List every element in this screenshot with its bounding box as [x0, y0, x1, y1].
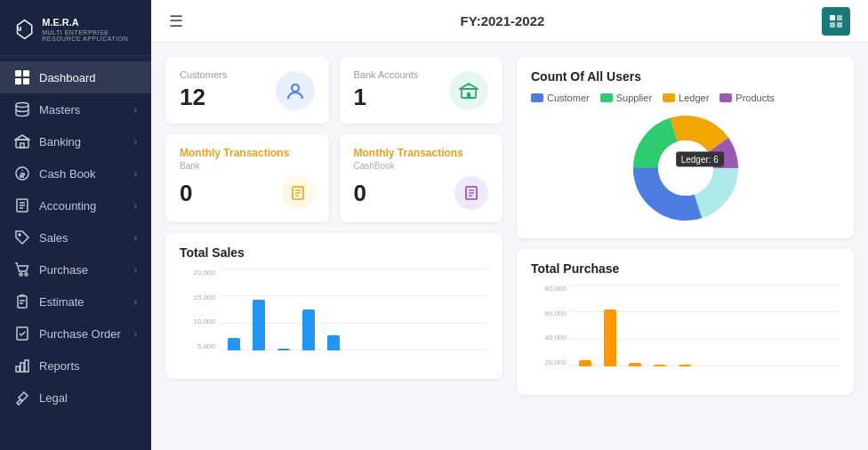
- total-purchase-section: Total Purchase 80,000 60,000 40,000 20,0…: [517, 249, 854, 395]
- sidebar-item-label: Purchase Order: [39, 327, 134, 341]
- bar-item: [679, 365, 691, 366]
- monthly-grid: Monthly Transactions Bank 0: [165, 134, 502, 222]
- y-label: 5,000: [197, 342, 215, 350]
- sidebar-item-label: Banking: [39, 135, 134, 149]
- logo-name: M.E.R.A: [42, 17, 137, 28]
- sidebar-item-purchase-order[interactable]: Purchase Order ›: [0, 317, 151, 350]
- bar-item: [277, 349, 290, 350]
- bank-accounts-stat-card: Bank Accounts 1: [340, 57, 503, 124]
- file-check-icon: [14, 325, 30, 342]
- menu-toggle-button[interactable]: ☰: [169, 12, 183, 31]
- chevron-icon: ›: [134, 265, 137, 275]
- sidebar-item-estimate[interactable]: Estimate ›: [0, 285, 151, 317]
- bar-item: [253, 300, 265, 350]
- svg-rect-21: [16, 366, 20, 372]
- legend-label: Products: [735, 92, 774, 103]
- svg-point-15: [20, 273, 22, 276]
- y-label: 15,000: [194, 293, 215, 301]
- cashbook-doc-icon: [463, 185, 479, 201]
- svg-rect-27: [837, 22, 842, 28]
- donut-chart-section: Count Of All Users Customer Supplier Led…: [517, 57, 854, 238]
- sidebar-item-masters[interactable]: Masters ›: [0, 93, 151, 125]
- total-sales-section: Total Sales 20,000 15,000 10,000 5,000: [165, 233, 502, 379]
- sidebar: M M.E.R.A Multi Enterprise Resource Appl…: [0, 0, 151, 450]
- topbar: ☰ FY:2021-2022: [151, 0, 868, 43]
- bar-item: [327, 335, 340, 350]
- total-sales-title: Total Sales: [180, 245, 488, 260]
- sidebar-item-label: Dashboard: [39, 71, 137, 84]
- legend-label: Customer: [547, 92, 590, 103]
- svg-rect-17: [18, 296, 27, 308]
- bar-item: [654, 365, 666, 366]
- accounting-icon: [14, 197, 30, 213]
- monthly-bank-subtitle: Bank: [180, 161, 315, 171]
- total-purchase-title: Total Purchase: [531, 261, 840, 276]
- sidebar-item-cashbook[interactable]: Cash Book ›: [0, 157, 151, 189]
- donut-chart-title: Count Of All Users: [531, 69, 840, 84]
- y-label: 60,000: [545, 309, 567, 317]
- svg-rect-5: [23, 78, 29, 84]
- donut-tooltip: Ledger: 6: [676, 151, 724, 166]
- legend-label: Supplier: [616, 92, 652, 103]
- logo-area: M M.E.R.A Multi Enterprise Resource Appl…: [0, 0, 151, 56]
- monthly-bank-card: Monthly Transactions Bank 0: [165, 134, 329, 222]
- sidebar-item-label: Masters: [39, 103, 134, 117]
- monthly-bank-icon-circle: [281, 176, 315, 210]
- monthly-bank-value: 0: [180, 180, 192, 207]
- content-area: Customers 12 Bank Accounts 1: [151, 43, 868, 450]
- svg-point-16: [25, 273, 28, 276]
- svg-rect-4: [15, 78, 21, 84]
- legend-products: Products: [719, 92, 774, 103]
- customers-label: Customers: [180, 69, 227, 80]
- monthly-cashbook-icon-circle: [454, 176, 488, 210]
- svg-point-28: [292, 84, 299, 92]
- y-label: 20,000: [194, 269, 215, 277]
- total-sales-chart: 20,000 15,000 10,000 5,000: [180, 269, 488, 366]
- legend-dot: [719, 93, 732, 102]
- monthly-cashbook-title: Monthly Transactions: [354, 147, 489, 159]
- legend-dot: [663, 93, 675, 102]
- nav-list: Dashboard Masters › Banking › Cash Book …: [0, 56, 151, 450]
- logo-icon: M: [14, 12, 35, 46]
- chart-area: [570, 285, 840, 366]
- bank-accounts-value: 1: [354, 84, 419, 111]
- svg-text:M: M: [17, 26, 21, 32]
- sidebar-item-accounting[interactable]: Accounting ›: [0, 189, 151, 221]
- sidebar-item-purchase[interactable]: Purchase ›: [0, 253, 151, 285]
- sidebar-item-banking[interactable]: Banking ›: [0, 125, 151, 157]
- sidebar-item-reports[interactable]: Reports: [0, 350, 151, 382]
- donut-container: Ledger: 6: [531, 110, 840, 226]
- bars-container: [228, 269, 479, 350]
- topbar-action-button[interactable]: [822, 7, 850, 36]
- chart-area: [219, 269, 488, 350]
- chevron-icon: ›: [134, 297, 137, 307]
- y-label: 80,000: [545, 285, 567, 293]
- grid-icon: [14, 69, 30, 85]
- sidebar-item-dashboard[interactable]: Dashboard: [0, 61, 151, 93]
- sidebar-item-legal[interactable]: Legal: [0, 382, 151, 414]
- customers-icon-circle: [276, 71, 315, 110]
- total-purchase-chart: 80,000 60,000 40,000 20,000: [531, 285, 840, 382]
- bars-container: [579, 285, 831, 366]
- svg-rect-26: [830, 22, 835, 28]
- bank-icon: [459, 81, 478, 100]
- chevron-icon: ›: [134, 169, 137, 179]
- sidebar-item-sales[interactable]: Sales ›: [0, 221, 151, 253]
- layout-icon: [829, 14, 843, 28]
- logo-subtitle: Multi Enterprise Resource Application: [42, 29, 137, 42]
- svg-rect-24: [830, 15, 835, 20]
- svg-rect-30: [467, 92, 470, 98]
- right-column: Count Of All Users Customer Supplier Led…: [517, 57, 854, 395]
- svg-rect-22: [20, 363, 24, 372]
- svg-point-14: [19, 234, 20, 236]
- chevron-icon: ›: [134, 329, 137, 339]
- chevron-icon: ›: [134, 105, 137, 115]
- monthly-cashbook-card: Monthly Transactions CashBook 0: [340, 134, 503, 222]
- customers-value: 12: [180, 84, 227, 111]
- chevron-icon: ›: [134, 201, 137, 211]
- donut-legend: Customer Supplier Ledger Products: [531, 92, 840, 103]
- customers-stat-card: Customers 12: [165, 57, 329, 124]
- y-label: 10,000: [194, 317, 215, 325]
- svg-rect-2: [15, 70, 21, 76]
- database-icon: [14, 101, 30, 117]
